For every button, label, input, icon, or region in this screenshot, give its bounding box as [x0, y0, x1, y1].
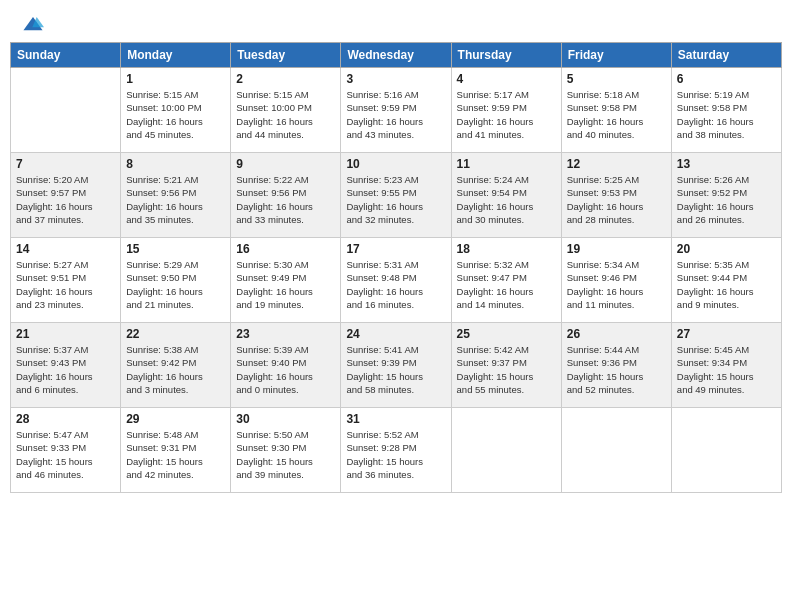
day-number: 19 — [567, 242, 666, 256]
calendar-header-sunday: Sunday — [11, 43, 121, 68]
day-info: Sunrise: 5:27 AMSunset: 9:51 PMDaylight:… — [16, 258, 115, 311]
day-number: 18 — [457, 242, 556, 256]
calendar-cell: 28Sunrise: 5:47 AMSunset: 9:33 PMDayligh… — [11, 408, 121, 493]
day-info: Sunrise: 5:31 AMSunset: 9:48 PMDaylight:… — [346, 258, 445, 311]
day-number: 4 — [457, 72, 556, 86]
calendar-cell: 2Sunrise: 5:15 AMSunset: 10:00 PMDayligh… — [231, 68, 341, 153]
day-info: Sunrise: 5:35 AMSunset: 9:44 PMDaylight:… — [677, 258, 776, 311]
day-number: 30 — [236, 412, 335, 426]
day-info: Sunrise: 5:30 AMSunset: 9:49 PMDaylight:… — [236, 258, 335, 311]
day-number: 28 — [16, 412, 115, 426]
day-number: 5 — [567, 72, 666, 86]
day-number: 6 — [677, 72, 776, 86]
day-info: Sunrise: 5:42 AMSunset: 9:37 PMDaylight:… — [457, 343, 556, 396]
day-info: Sunrise: 5:44 AMSunset: 9:36 PMDaylight:… — [567, 343, 666, 396]
day-number: 1 — [126, 72, 225, 86]
calendar-cell: 7Sunrise: 5:20 AMSunset: 9:57 PMDaylight… — [11, 153, 121, 238]
calendar-table: SundayMondayTuesdayWednesdayThursdayFrid… — [10, 42, 782, 493]
calendar-cell: 16Sunrise: 5:30 AMSunset: 9:49 PMDayligh… — [231, 238, 341, 323]
calendar-header-tuesday: Tuesday — [231, 43, 341, 68]
calendar-cell: 9Sunrise: 5:22 AMSunset: 9:56 PMDaylight… — [231, 153, 341, 238]
day-number: 15 — [126, 242, 225, 256]
calendar-week-4: 21Sunrise: 5:37 AMSunset: 9:43 PMDayligh… — [11, 323, 782, 408]
calendar-cell — [561, 408, 671, 493]
day-info: Sunrise: 5:34 AMSunset: 9:46 PMDaylight:… — [567, 258, 666, 311]
day-info: Sunrise: 5:48 AMSunset: 9:31 PMDaylight:… — [126, 428, 225, 481]
day-number: 12 — [567, 157, 666, 171]
day-number: 20 — [677, 242, 776, 256]
day-number: 8 — [126, 157, 225, 171]
day-info: Sunrise: 5:24 AMSunset: 9:54 PMDaylight:… — [457, 173, 556, 226]
calendar-cell: 1Sunrise: 5:15 AMSunset: 10:00 PMDayligh… — [121, 68, 231, 153]
day-info: Sunrise: 5:52 AMSunset: 9:28 PMDaylight:… — [346, 428, 445, 481]
day-info: Sunrise: 5:39 AMSunset: 9:40 PMDaylight:… — [236, 343, 335, 396]
day-info: Sunrise: 5:41 AMSunset: 9:39 PMDaylight:… — [346, 343, 445, 396]
day-info: Sunrise: 5:15 AMSunset: 10:00 PMDaylight… — [236, 88, 335, 141]
calendar-cell: 30Sunrise: 5:50 AMSunset: 9:30 PMDayligh… — [231, 408, 341, 493]
calendar-week-5: 28Sunrise: 5:47 AMSunset: 9:33 PMDayligh… — [11, 408, 782, 493]
day-number: 23 — [236, 327, 335, 341]
calendar-cell: 19Sunrise: 5:34 AMSunset: 9:46 PMDayligh… — [561, 238, 671, 323]
calendar-week-2: 7Sunrise: 5:20 AMSunset: 9:57 PMDaylight… — [11, 153, 782, 238]
day-number: 9 — [236, 157, 335, 171]
calendar-cell — [671, 408, 781, 493]
day-info: Sunrise: 5:16 AMSunset: 9:59 PMDaylight:… — [346, 88, 445, 141]
day-info: Sunrise: 5:38 AMSunset: 9:42 PMDaylight:… — [126, 343, 225, 396]
calendar-cell: 5Sunrise: 5:18 AMSunset: 9:58 PMDaylight… — [561, 68, 671, 153]
calendar-cell: 20Sunrise: 5:35 AMSunset: 9:44 PMDayligh… — [671, 238, 781, 323]
calendar-cell: 25Sunrise: 5:42 AMSunset: 9:37 PMDayligh… — [451, 323, 561, 408]
calendar-cell: 24Sunrise: 5:41 AMSunset: 9:39 PMDayligh… — [341, 323, 451, 408]
logo-icon — [22, 14, 44, 36]
day-info: Sunrise: 5:18 AMSunset: 9:58 PMDaylight:… — [567, 88, 666, 141]
page: SundayMondayTuesdayWednesdayThursdayFrid… — [0, 0, 792, 612]
calendar-cell: 10Sunrise: 5:23 AMSunset: 9:55 PMDayligh… — [341, 153, 451, 238]
calendar-header-monday: Monday — [121, 43, 231, 68]
day-info: Sunrise: 5:21 AMSunset: 9:56 PMDaylight:… — [126, 173, 225, 226]
calendar-cell: 15Sunrise: 5:29 AMSunset: 9:50 PMDayligh… — [121, 238, 231, 323]
calendar-cell: 14Sunrise: 5:27 AMSunset: 9:51 PMDayligh… — [11, 238, 121, 323]
day-info: Sunrise: 5:20 AMSunset: 9:57 PMDaylight:… — [16, 173, 115, 226]
calendar-cell: 12Sunrise: 5:25 AMSunset: 9:53 PMDayligh… — [561, 153, 671, 238]
calendar-cell: 27Sunrise: 5:45 AMSunset: 9:34 PMDayligh… — [671, 323, 781, 408]
day-info: Sunrise: 5:50 AMSunset: 9:30 PMDaylight:… — [236, 428, 335, 481]
day-number: 2 — [236, 72, 335, 86]
calendar-cell: 4Sunrise: 5:17 AMSunset: 9:59 PMDaylight… — [451, 68, 561, 153]
day-number: 13 — [677, 157, 776, 171]
day-number: 11 — [457, 157, 556, 171]
calendar-cell: 6Sunrise: 5:19 AMSunset: 9:58 PMDaylight… — [671, 68, 781, 153]
day-info: Sunrise: 5:26 AMSunset: 9:52 PMDaylight:… — [677, 173, 776, 226]
day-info: Sunrise: 5:29 AMSunset: 9:50 PMDaylight:… — [126, 258, 225, 311]
calendar-week-1: 1Sunrise: 5:15 AMSunset: 10:00 PMDayligh… — [11, 68, 782, 153]
calendar-wrapper: SundayMondayTuesdayWednesdayThursdayFrid… — [0, 42, 792, 503]
calendar-cell: 18Sunrise: 5:32 AMSunset: 9:47 PMDayligh… — [451, 238, 561, 323]
day-number: 3 — [346, 72, 445, 86]
calendar-cell: 23Sunrise: 5:39 AMSunset: 9:40 PMDayligh… — [231, 323, 341, 408]
day-info: Sunrise: 5:15 AMSunset: 10:00 PMDaylight… — [126, 88, 225, 141]
header — [0, 0, 792, 42]
day-number: 21 — [16, 327, 115, 341]
calendar-cell — [451, 408, 561, 493]
day-info: Sunrise: 5:25 AMSunset: 9:53 PMDaylight:… — [567, 173, 666, 226]
day-number: 27 — [677, 327, 776, 341]
calendar-cell: 8Sunrise: 5:21 AMSunset: 9:56 PMDaylight… — [121, 153, 231, 238]
day-info: Sunrise: 5:22 AMSunset: 9:56 PMDaylight:… — [236, 173, 335, 226]
day-number: 29 — [126, 412, 225, 426]
calendar-cell: 29Sunrise: 5:48 AMSunset: 9:31 PMDayligh… — [121, 408, 231, 493]
day-number: 7 — [16, 157, 115, 171]
day-number: 17 — [346, 242, 445, 256]
calendar-cell: 13Sunrise: 5:26 AMSunset: 9:52 PMDayligh… — [671, 153, 781, 238]
day-number: 16 — [236, 242, 335, 256]
calendar-cell — [11, 68, 121, 153]
day-info: Sunrise: 5:37 AMSunset: 9:43 PMDaylight:… — [16, 343, 115, 396]
day-info: Sunrise: 5:45 AMSunset: 9:34 PMDaylight:… — [677, 343, 776, 396]
calendar-cell: 17Sunrise: 5:31 AMSunset: 9:48 PMDayligh… — [341, 238, 451, 323]
calendar-cell: 31Sunrise: 5:52 AMSunset: 9:28 PMDayligh… — [341, 408, 451, 493]
calendar-header-friday: Friday — [561, 43, 671, 68]
calendar-cell: 21Sunrise: 5:37 AMSunset: 9:43 PMDayligh… — [11, 323, 121, 408]
day-number: 26 — [567, 327, 666, 341]
day-info: Sunrise: 5:47 AMSunset: 9:33 PMDaylight:… — [16, 428, 115, 481]
day-info: Sunrise: 5:19 AMSunset: 9:58 PMDaylight:… — [677, 88, 776, 141]
calendar-header-saturday: Saturday — [671, 43, 781, 68]
day-number: 22 — [126, 327, 225, 341]
day-number: 25 — [457, 327, 556, 341]
